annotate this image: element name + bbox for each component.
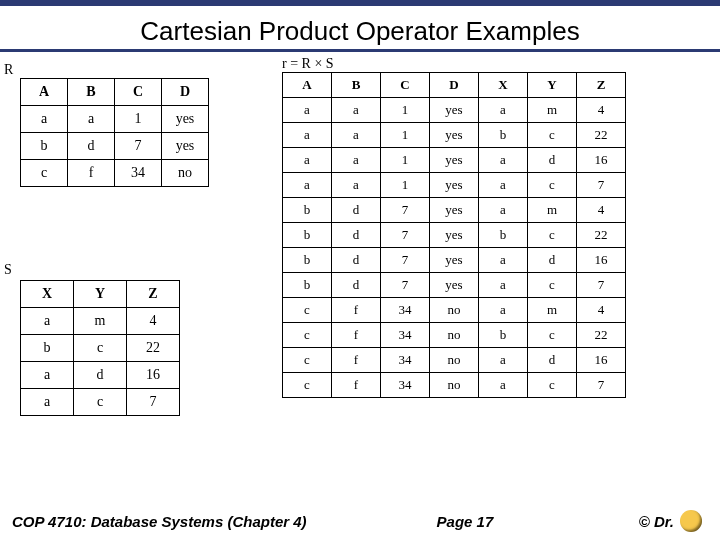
cell: 7 (577, 373, 626, 398)
cell: a (479, 348, 528, 373)
cell: 16 (577, 248, 626, 273)
cell: m (74, 308, 127, 335)
table-row: cf34nobc22 (283, 323, 626, 348)
cell: yes (430, 223, 479, 248)
cell: 7 (127, 389, 180, 416)
cell: a (479, 98, 528, 123)
cell: yes (430, 273, 479, 298)
cell: b (283, 273, 332, 298)
cell: 16 (577, 348, 626, 373)
cell: a (479, 298, 528, 323)
cell: f (332, 323, 381, 348)
cell: a (68, 106, 115, 133)
cell: 4 (577, 198, 626, 223)
table-row: aa1yesbc22 (283, 123, 626, 148)
table-row: bd7yesad16 (283, 248, 626, 273)
cell: yes (430, 98, 479, 123)
table-row: aa1yes (21, 106, 209, 133)
cell: 22 (577, 323, 626, 348)
cell: yes (430, 148, 479, 173)
cell: a (479, 373, 528, 398)
table-row: aa1yesac7 (283, 173, 626, 198)
cell: c (21, 160, 68, 187)
footer-page: Page 17 (437, 513, 494, 530)
cell: 34 (115, 160, 162, 187)
cell: f (68, 160, 115, 187)
cell: no (162, 160, 209, 187)
cell: c (283, 298, 332, 323)
cell: no (430, 373, 479, 398)
cell: c (283, 373, 332, 398)
table-product: ABCDXYZaa1yesam4aa1yesbc22aa1yesad16aa1y… (282, 72, 626, 398)
cell: a (332, 123, 381, 148)
cell: 4 (577, 298, 626, 323)
cell: d (332, 198, 381, 223)
col-header: A (21, 79, 68, 106)
col-header: Z (127, 281, 180, 308)
ucf-logo-icon (680, 510, 702, 532)
table-row: bd7yesac7 (283, 273, 626, 298)
cell: a (283, 123, 332, 148)
cell: a (21, 389, 74, 416)
label-r: R (4, 62, 13, 78)
cell: a (21, 362, 74, 389)
cell: 4 (127, 308, 180, 335)
cell: 34 (381, 298, 430, 323)
cell: 1 (381, 123, 430, 148)
cell: d (528, 348, 577, 373)
cell: d (528, 248, 577, 273)
cell: f (332, 348, 381, 373)
col-header: D (162, 79, 209, 106)
cell: b (479, 123, 528, 148)
cell: yes (162, 106, 209, 133)
title-rule (0, 49, 720, 52)
cell: c (74, 335, 127, 362)
cell: f (332, 373, 381, 398)
cell: yes (430, 248, 479, 273)
cell: 22 (577, 123, 626, 148)
cell: c (528, 273, 577, 298)
cell: a (283, 173, 332, 198)
cell: a (332, 148, 381, 173)
cell: no (430, 348, 479, 373)
footer-copyright: © Dr. (639, 513, 674, 530)
footer-course: COP 4710: Database Systems (Chapter 4) (12, 513, 307, 530)
table-row: cf34no (21, 160, 209, 187)
cell: a (479, 148, 528, 173)
cell: 16 (577, 148, 626, 173)
cell: a (283, 148, 332, 173)
col-header: Y (74, 281, 127, 308)
cell: b (479, 323, 528, 348)
page-title: Cartesian Product Operator Examples (0, 16, 720, 47)
cell: m (528, 98, 577, 123)
cell: yes (162, 133, 209, 160)
cell: b (21, 133, 68, 160)
cell: d (332, 273, 381, 298)
cell: c (528, 223, 577, 248)
cell: 34 (381, 323, 430, 348)
table-s: XYZam4bc22ad16ac7 (20, 280, 180, 416)
cell: 7 (115, 133, 162, 160)
cell: b (479, 223, 528, 248)
cell: b (283, 248, 332, 273)
cell: a (332, 173, 381, 198)
cell: a (479, 273, 528, 298)
cell: a (21, 106, 68, 133)
cell: 22 (577, 223, 626, 248)
table-row: am4 (21, 308, 180, 335)
cell: 1 (381, 173, 430, 198)
cell: b (283, 223, 332, 248)
table-row: bc22 (21, 335, 180, 362)
cell: 7 (577, 273, 626, 298)
cell: d (68, 133, 115, 160)
cell: c (283, 323, 332, 348)
col-header: X (479, 73, 528, 98)
cell: d (74, 362, 127, 389)
cell: a (283, 98, 332, 123)
cell: c (528, 323, 577, 348)
cell: 16 (127, 362, 180, 389)
cell: a (479, 248, 528, 273)
table-row: aa1yesad16 (283, 148, 626, 173)
table-row: cf34noam4 (283, 298, 626, 323)
cell: 34 (381, 348, 430, 373)
